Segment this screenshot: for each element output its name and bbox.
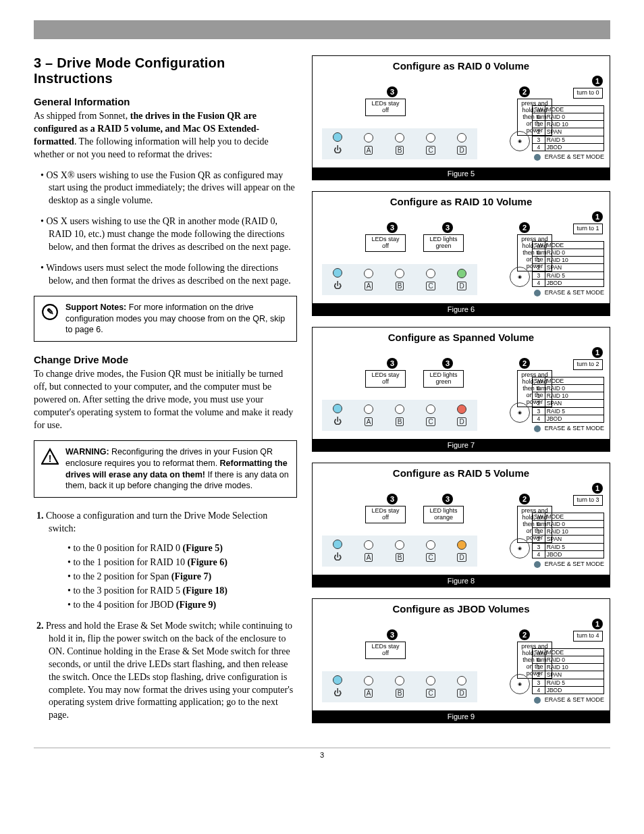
- bullet-item: OS X® users wishing to use the Fusion QR…: [41, 170, 297, 208]
- drive-bay-icon: D: [457, 282, 466, 290]
- mode-block: ◉SWMODE0RAID 01RAID 102SPAN3RAID 54JBODE…: [510, 648, 604, 704]
- mode-sw: 1: [533, 528, 545, 536]
- figure-body: 123turn to 3press and hold, and then tur…: [313, 481, 610, 575]
- mode-sw: 3: [533, 136, 545, 143]
- figure-body: 123turn to 0press and hold, and then tur…: [313, 74, 610, 167]
- s1-bold: (Figure 7): [171, 571, 211, 581]
- step-bubble-2: 2: [519, 494, 530, 504]
- mode-hdr-sw: SW: [533, 648, 545, 656]
- mode-sw: 0: [533, 521, 545, 528]
- drive-bay-icon: A: [365, 417, 373, 426]
- s1-bold: (Figure 18): [183, 585, 227, 596]
- left-column: 3 – Drive Mode Configuration Instruction…: [34, 55, 297, 734]
- power-icon: ⏻: [333, 281, 342, 291]
- mode-sw: 4: [533, 279, 545, 286]
- device-slot: ⏻: [322, 671, 353, 702]
- device-slot: C: [415, 536, 446, 567]
- figure-title: Configure as RAID 10 Volume: [313, 192, 610, 210]
- step-bubble-2: 2: [519, 629, 530, 640]
- drive-led: [364, 540, 373, 550]
- figure-title: Configure as RAID 0 Volume: [313, 56, 610, 74]
- drive-led: [395, 133, 404, 142]
- section-heading: 3 – Drive Mode Configuration Instruction…: [34, 55, 297, 86]
- device-slot: C: [415, 400, 446, 431]
- device-slot: C: [415, 671, 446, 702]
- turn-to-label: turn to 0: [573, 88, 603, 99]
- step-1: Choose a configuration and turn the Driv…: [36, 510, 297, 612]
- support-icon: ✎: [41, 302, 60, 336]
- power-led: [333, 132, 342, 142]
- mode-table: SWMODE0RAID 01RAID 102SPAN3RAID 54JBOD: [532, 648, 604, 694]
- step-bubble-3: 3: [387, 629, 398, 640]
- intro-a: As shipped from Sonnet,: [34, 111, 130, 121]
- mode-sw: 2: [533, 536, 545, 543]
- drive-bay-icon: D: [457, 689, 466, 698]
- erase-set-label: ERASE & SET MODE: [545, 561, 604, 568]
- turn-to-label: turn to 4: [573, 631, 603, 642]
- mode-dial-icon: ◉: [510, 131, 530, 151]
- erase-set-label: ERASE & SET MODE: [545, 154, 604, 161]
- mode-sw: 0: [533, 113, 545, 121]
- mode-dial-icon: ◉: [510, 402, 530, 423]
- warning-label: WARNING:: [65, 447, 109, 457]
- mode-table: SWMODE0RAID 01RAID 102SPAN3RAID 54JBOD: [532, 241, 604, 287]
- step-bubble-2: 2: [519, 222, 530, 233]
- mode-dial-icon: ◉: [510, 538, 530, 558]
- power-icon: ⏻: [333, 417, 342, 427]
- mode-name: SPAN: [545, 400, 603, 407]
- svg-text:!: !: [49, 452, 52, 463]
- leds-off-label: LEDs stay off: [365, 642, 406, 659]
- mode-name: RAID 0: [545, 113, 603, 121]
- power-icon: ⏻: [333, 145, 342, 155]
- led-lights-label: LED lights green: [423, 234, 464, 252]
- drive-led: [395, 269, 404, 278]
- mode-sw: 1: [533, 664, 545, 671]
- s1-pre: to the 2 position for Span: [73, 571, 171, 581]
- mode-hdr-mode: MODE: [545, 377, 603, 384]
- mode-name: SPAN: [545, 671, 603, 679]
- support-note-box: ✎ Support Notes: For more information on…: [34, 296, 297, 342]
- change-mode-heading: Change Drive Mode: [34, 354, 297, 365]
- figure-caption: Figure 6: [313, 303, 610, 315]
- step-bubble-3: 3: [387, 358, 398, 369]
- erase-set-label: ERASE & SET MODE: [545, 425, 604, 432]
- drive-led: [395, 540, 404, 550]
- mode-hdr-sw: SW: [533, 377, 545, 384]
- device-strip: ⏻ABCD: [322, 536, 477, 567]
- warning-text: WARNING: Reconfiguring the drives in you…: [65, 446, 290, 492]
- mode-sw: 1: [533, 257, 545, 264]
- drive-bay-icon: A: [365, 146, 373, 155]
- device-slot: B: [384, 671, 415, 702]
- drive-bay-icon: C: [426, 417, 435, 426]
- s1-pre: to the 3 position for RAID 5: [73, 585, 182, 596]
- support-text: Support Notes: For more information on t…: [65, 302, 290, 336]
- device-strip: ⏻ABCD: [322, 400, 477, 431]
- drive-bay-icon: B: [396, 689, 404, 698]
- power-led: [333, 404, 342, 413]
- device-slot: A: [353, 671, 384, 702]
- step-bubble-3b: 3: [442, 358, 453, 369]
- mode-name: RAID 10: [545, 664, 603, 671]
- warning-box: ! WARNING: Reconfiguring the drives in y…: [34, 440, 297, 498]
- device-slot: ⏻: [322, 264, 353, 295]
- mode-sw: 3: [533, 543, 545, 550]
- device-slot: A: [353, 128, 384, 159]
- page-number: 3: [34, 748, 610, 759]
- mode-name: RAID 0: [545, 521, 603, 528]
- leds-off-label: LEDs stay off: [365, 506, 406, 523]
- mode-name: RAID 5: [545, 679, 603, 686]
- bullet-item: OS X users wishing to use the QR in anot…: [41, 215, 297, 254]
- mode-name: JBOD: [545, 550, 603, 558]
- step1-item: to the 1 position for RAID 10 (Figure 6): [68, 555, 297, 569]
- drive-bay-icon: A: [365, 282, 373, 290]
- step-bubble-3: 3: [387, 494, 398, 504]
- s1-bold: (Figure 6): [188, 557, 227, 567]
- device-strip: ⏻ABCD: [322, 671, 477, 702]
- drive-bay-icon: C: [426, 282, 435, 290]
- step-2: Press and hold the Erase & Set Mode swit…: [36, 620, 297, 722]
- step-bubble-2: 2: [519, 358, 530, 369]
- erase-set-row: ERASE & SET MODE: [510, 697, 604, 704]
- bullet-item: Windows users must select the mode follo…: [41, 262, 297, 288]
- erase-set-row: ERASE & SET MODE: [510, 425, 604, 432]
- drive-led: [457, 269, 466, 278]
